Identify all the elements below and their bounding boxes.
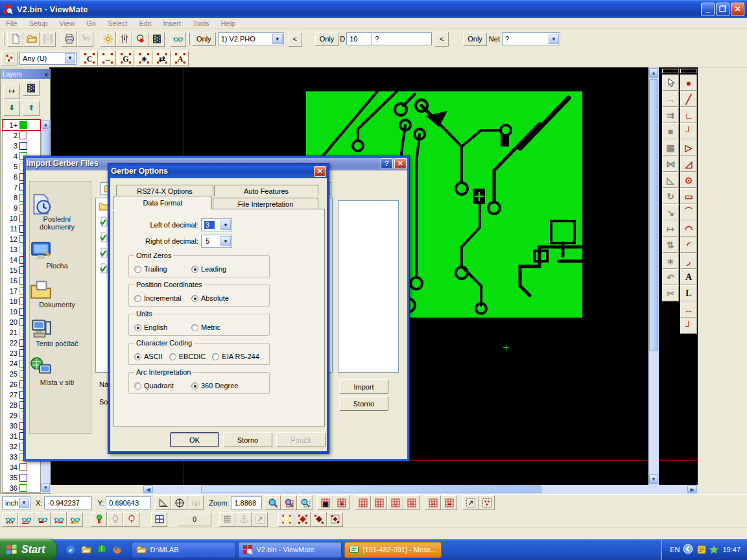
import-cancel-button[interactable]: Storno [339, 396, 388, 411]
context-help-button[interactable]: ? [77, 32, 93, 47]
locate-flash-button[interactable] [100, 32, 116, 47]
settings-button[interactable]: ∗ [662, 253, 679, 269]
scroll-up-icon[interactable]: ▲ [649, 68, 658, 78]
zoom-grid-button[interactable] [281, 495, 297, 510]
radio-360-degree[interactable]: 360 Degree [191, 382, 246, 390]
aperture-text-button[interactable]: A [171, 51, 189, 66]
draw-label-button[interactable]: L [680, 285, 697, 301]
menu-item-select[interactable]: Select [102, 18, 134, 29]
draw-elbow-button[interactable]: ┘ [680, 318, 697, 334]
highlight-on-button[interactable] [91, 512, 107, 527]
layer-color-swatch[interactable] [19, 463, 27, 471]
flip-horizontal-button[interactable]: ◺ [662, 172, 679, 188]
tab-data-format[interactable]: Data Format [113, 196, 212, 209]
layer-row-1+[interactable]: 1+ [3, 120, 40, 130]
left-of-decimal-combo[interactable]: 3 ▼ [201, 218, 232, 231]
close-button[interactable]: ✕ [731, 3, 744, 16]
start-button[interactable]: Start [0, 539, 56, 560]
print-button[interactable] [61, 32, 77, 47]
hide-icons-chevron[interactable] [683, 544, 693, 555]
zoom-tool-button[interactable] [265, 495, 281, 510]
minimize-button[interactable]: _ [701, 3, 715, 16]
layer-row-2[interactable]: 2 [3, 130, 40, 141]
move-button[interactable]: → [662, 91, 679, 107]
flash-red-button[interactable] [294, 512, 311, 527]
copy-move-button[interactable]: ⇉ [662, 107, 679, 123]
canvas-vertical-scrollbar[interactable]: ▲ ▼ [648, 67, 659, 485]
new-file-button[interactable] [7, 32, 23, 47]
taskbar-task[interactable]: V2.bin - ViewMate [238, 542, 342, 558]
pan-down-button[interactable]: ↓ [387, 495, 403, 510]
visibility-glasses-button[interactable] [170, 32, 186, 47]
stretch-button[interactable] [252, 512, 268, 527]
tab-auto-features[interactable]: Auto Features [214, 185, 318, 196]
toolbar-grip[interactable] [188, 32, 190, 45]
only-layer-button[interactable]: Only [192, 32, 216, 46]
menu-item-edit[interactable]: Edit [133, 18, 157, 29]
draw-corner-button[interactable]: ┘ [680, 123, 697, 139]
aperture-flash-button[interactable]: ∗ [135, 51, 152, 66]
highlight-selection-button[interactable] [1, 51, 18, 65]
draw-pad-button[interactable]: ● [680, 75, 697, 91]
canvas-horizontal-scrollbar[interactable]: ◀ ▶ [143, 485, 698, 494]
place-recent[interactable]: Poslední dokumenty [30, 193, 84, 231]
grid-dots-button[interactable] [219, 512, 235, 527]
layer-down-button[interactable]: ⬇ [3, 100, 20, 116]
quick-launch-folder[interactable] [80, 543, 93, 556]
save-file-button[interactable] [40, 32, 56, 47]
view-marks-button[interactable] [51, 512, 67, 527]
prev-layer-button[interactable]: < [288, 32, 302, 47]
layer-colors-button[interactable] [23, 80, 40, 96]
help-icon[interactable]: ? [381, 158, 393, 169]
view-sketch-button[interactable] [67, 512, 83, 527]
layer-color-swatch[interactable] [19, 121, 27, 129]
draw-wedge-button[interactable]: ▷ [680, 139, 697, 156]
menu-item-view[interactable]: View [53, 18, 80, 29]
apply-button[interactable]: Použít [276, 432, 326, 447]
tray-notes-icon[interactable] [696, 544, 707, 555]
zoom-value[interactable]: 1.8868 [231, 496, 262, 509]
unit-combo[interactable]: inch▼ [2, 496, 30, 509]
layer-color-swatch[interactable] [19, 484, 27, 492]
menu-item-setup[interactable]: Setup [23, 18, 54, 29]
layer-color-swatch[interactable] [19, 142, 27, 150]
close-icon[interactable]: ✕ [394, 158, 407, 169]
lamp-off-button[interactable] [107, 512, 123, 527]
chevron-down-icon[interactable]: ▼ [19, 498, 29, 508]
dcode-view-button[interactable] [132, 32, 148, 47]
layer-color-swatch[interactable] [19, 132, 27, 139]
layer-row-3[interactable]: 3 [3, 141, 40, 151]
origin-target-button[interactable] [171, 495, 187, 510]
chevron-down-icon[interactable]: ▼ [220, 236, 231, 246]
view-lines-button[interactable] [18, 512, 34, 527]
table-view-button[interactable] [151, 512, 167, 527]
quick-launch-firefox[interactable] [111, 543, 124, 556]
close-icon[interactable]: ✕ [314, 166, 326, 177]
layer-insert-button[interactable]: ↦ [3, 84, 20, 99]
aperture-c-button[interactable]: C [80, 51, 98, 66]
only-net-button[interactable]: Only [463, 32, 487, 46]
draw-polyline-button[interactable]: ∟ [680, 107, 697, 123]
menu-item-insert[interactable]: Insert [157, 18, 187, 29]
menu-item-file[interactable]: File [0, 18, 23, 29]
clock[interactable]: 19:47 [722, 546, 741, 554]
place-network[interactable]: Místa v síti [30, 356, 84, 386]
scroll-up-icon[interactable]: ▲ [42, 120, 50, 129]
flash-dark-button[interactable] [311, 512, 327, 527]
place-computer[interactable]: Tento počítač [30, 318, 84, 347]
draw-rectangle-button[interactable]: ▭ [680, 188, 697, 204]
only-dcode-button[interactable]: Only [315, 32, 339, 46]
ok-button[interactable]: OK [170, 432, 219, 447]
radio-ebcdic[interactable]: EBCDIC [169, 353, 206, 360]
restore-button[interactable]: ❐ [716, 3, 729, 16]
layer-stack-button[interactable] [148, 32, 165, 47]
rotate-button[interactable]: ↻ [662, 188, 679, 204]
dcode-query-input[interactable]: ? [372, 32, 432, 45]
dcode-input[interactable]: 10 [346, 32, 372, 45]
zoom-out-grid-button[interactable]: ▫ [425, 495, 441, 510]
open-file-button[interactable] [23, 32, 40, 47]
tray-star-icon[interactable] [709, 544, 719, 555]
radio-quadrant[interactable]: Quadrant [134, 382, 189, 390]
probe-button[interactable] [187, 495, 204, 510]
taskbar-task[interactable]: [191-482-091] - Mess... [344, 542, 442, 558]
